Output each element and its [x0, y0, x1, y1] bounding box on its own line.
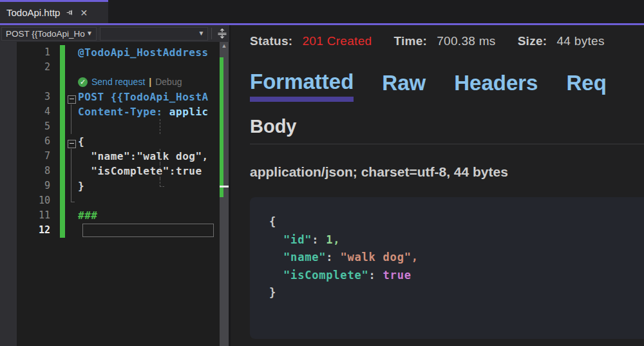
json-line: }: [269, 284, 644, 302]
request-dropdown[interactable]: POST {{TodoApi_Ho ▼: [1, 27, 97, 41]
debug-link[interactable]: Debug: [155, 75, 182, 90]
indent-guide: [160, 149, 160, 164]
chevron-down-icon: ▼: [198, 30, 208, 37]
editor-rows: 1@TodoApi_HostAddress2✓Send request|Debu…: [0, 42, 229, 238]
change-bar: [60, 134, 65, 149]
change-bar: [60, 75, 65, 90]
line-number: 12: [0, 223, 50, 238]
body-heading: Body: [250, 116, 644, 137]
line-number: 2: [0, 60, 50, 75]
editor-line[interactable]: 1@TodoApi_HostAddress: [0, 45, 229, 60]
change-bar: [60, 223, 65, 238]
scrollbar-caret-mark: [220, 186, 229, 187]
section-divider: [250, 144, 644, 144]
response-status-bar: Status: 201 Created Time: 700.38 ms Size…: [250, 34, 644, 48]
response-json-block: { "id": 1, "name": "walk dog", "isComple…: [250, 197, 644, 339]
tab-title: TodoApi.http: [6, 7, 60, 18]
line-number: 4: [0, 104, 50, 119]
editor-line[interactable]: 11###: [0, 208, 229, 223]
editor-line[interactable]: 10: [0, 193, 229, 208]
pin-icon[interactable]: [66, 8, 74, 17]
change-bar: [60, 90, 65, 104]
change-bar: [60, 45, 65, 60]
editor-line[interactable]: 3POST {{TodoApi_HostA: [0, 90, 229, 104]
status-value: 201 Created: [303, 34, 372, 48]
status-label: Status:: [250, 34, 293, 48]
size-value: 44 bytes: [557, 34, 605, 48]
editor-toolbar: POST {{TodoApi_Ho ▼ ▼: [0, 25, 229, 42]
collapse-icon[interactable]: [68, 140, 76, 148]
editor-line[interactable]: 9}: [0, 178, 229, 193]
size-label: Size:: [518, 34, 547, 48]
change-bar: [60, 149, 65, 164]
json-line: "isComplete": true: [269, 267, 644, 285]
json-line: {: [269, 213, 644, 231]
collapse-icon[interactable]: [68, 95, 76, 104]
change-bar: [60, 208, 65, 223]
send-check-icon: ✓: [78, 77, 88, 87]
line-number: 7: [0, 149, 50, 164]
editor-line[interactable]: 5: [0, 119, 229, 134]
scroll-up-arrow-icon[interactable]: ▲: [220, 43, 229, 49]
line-number: 10: [0, 193, 50, 208]
document-tab-strip: TodoApi.http ✕: [0, 0, 644, 23]
indent-guide: [160, 178, 164, 187]
indent-guide: [160, 164, 160, 178]
line-number: 5: [0, 119, 50, 134]
change-bar: [60, 60, 65, 75]
line-number: 1: [0, 45, 50, 60]
response-pane: Status: 201 Created Time: 700.38 ms Size…: [229, 25, 644, 346]
change-bar: [60, 119, 65, 134]
change-bar: [60, 193, 65, 208]
http-editor-group: POST {{TodoApi_Ho ▼ ▼: [0, 25, 229, 346]
editor-line[interactable]: 4Content-Type: applic: [0, 104, 229, 119]
response-tab-raw[interactable]: Raw: [382, 71, 426, 102]
line-number: 8: [0, 164, 50, 178]
code-editor[interactable]: 1@TodoApi_HostAddress2✓Send request|Debu…: [0, 42, 229, 346]
editor-line[interactable]: 12: [0, 223, 229, 238]
codelens-row[interactable]: ✓Send request|Debug: [0, 75, 229, 90]
vs-window: TodoApi.http ✕ POST {{TodoApi_Ho ▼ ▼: [0, 0, 644, 346]
response-tab-headers[interactable]: Headers: [454, 71, 538, 102]
line-number: 9: [0, 178, 50, 193]
time-label: Time:: [393, 34, 427, 48]
split-editor-icon[interactable]: [215, 26, 229, 41]
content-type-line: application/json; charset=utf-8, 44 byte…: [250, 164, 644, 180]
close-icon[interactable]: ✕: [80, 8, 88, 18]
json-line: "name": "walk dog",: [269, 249, 644, 267]
response-tab-formatted[interactable]: Formatted: [250, 70, 354, 102]
change-bar: [60, 164, 65, 178]
environment-dropdown[interactable]: ▼: [100, 27, 208, 41]
response-tab-req[interactable]: Req: [566, 71, 606, 102]
line-number: 3: [0, 90, 50, 104]
editor-line[interactable]: 8 "isComplete":true: [0, 164, 229, 178]
chevron-down-icon: ▼: [86, 30, 96, 37]
toolbar-separator: [211, 28, 212, 39]
indent-guide: [160, 119, 160, 134]
line-number: 6: [0, 134, 50, 149]
change-bar: [60, 104, 65, 119]
editor-line[interactable]: 6{: [0, 134, 229, 149]
editor-line[interactable]: 2: [0, 60, 229, 75]
scrollbar-change-marks: [220, 57, 223, 197]
line-number: 11: [0, 208, 50, 223]
tab-todoapi-http[interactable]: TodoApi.http ✕: [0, 0, 108, 23]
change-bar: [60, 178, 65, 193]
json-line: "id": 1,: [269, 231, 644, 249]
editor-scrollbar[interactable]: ▲: [220, 42, 229, 346]
response-tabs: FormattedRawHeadersReq: [250, 70, 644, 102]
time-value: 700.38 ms: [437, 34, 495, 48]
send-request-link[interactable]: Send request: [91, 75, 145, 90]
caret-line-box: [82, 224, 214, 237]
editor-line[interactable]: 7 "name":"walk dog",: [0, 149, 229, 164]
